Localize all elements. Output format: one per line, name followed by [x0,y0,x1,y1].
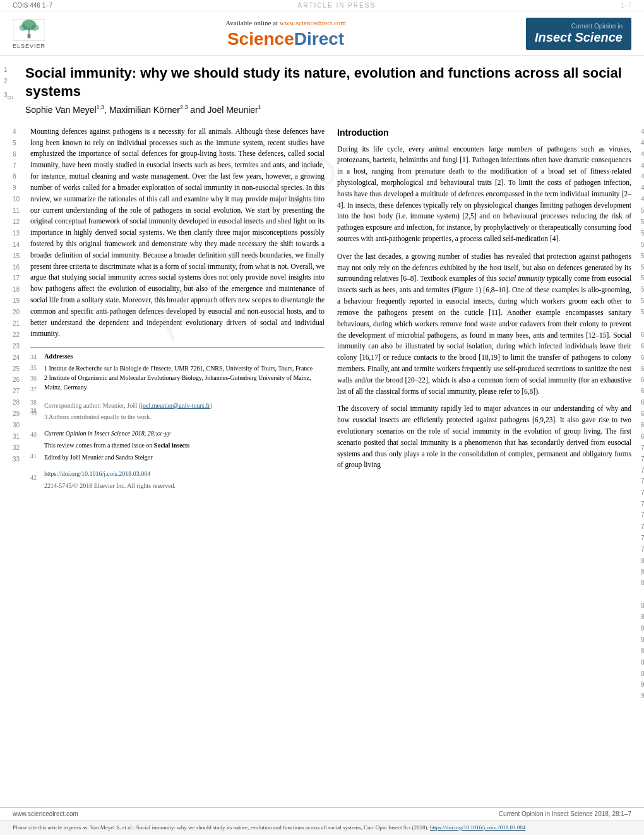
authors-contrib: 3 Authors contributed equally to the wor… [44,412,325,422]
addresses-section: 34353637 38 Addresses 1 Institut de Rech… [30,347,325,392]
themed-issue: This review comes from a themed issue on… [44,441,325,451]
elsevier-text: ELSEVIER [13,43,45,49]
doi-link-wrap: https://doi.org/10.1016/j.cois.2018.03.0… [44,469,325,479]
page-range: 1–7 [621,2,631,9]
article-in-press-label: ARTICLE IN PRESS [298,2,376,9]
intro-heading: Introduction [337,126,631,140]
svg-rect-3 [28,34,31,38]
line-num-3: 3Q1 [4,90,14,104]
line-num-2: 2 [4,76,14,87]
elsevier-logo: ELSEVIER [13,19,45,49]
right-para-2: Over the last decades, a growing number … [337,251,631,398]
corresponding-author: Corresponding author: Meunier, Joël (joe… [44,401,325,411]
footer-citation: Please cite this article in press as: Va… [13,824,525,831]
right-para-1: During its life cycle, every animal enco… [337,144,631,245]
sciencedirect-logo: ScienceDirect [45,29,526,49]
doi-link[interactable]: https://doi.org/10.1016/j.cois.2018.03.0… [44,470,150,477]
left-para-1: Mounting defences against pathogens is a… [30,126,325,340]
addresses-title: Addresses [44,352,325,362]
article-title: Social immunity: why we should study its… [25,64,644,100]
journal-current-opinion: Current Opinion in [535,23,623,30]
svg-point-4 [19,25,27,31]
cois-ref: COIS 446 1–7 [13,2,52,9]
journal-title: Insect Science [535,30,623,45]
footer-journal: Current Opinion in Insect Science 2018, … [499,810,631,817]
svg-point-5 [31,25,39,31]
journal-logo: Current Opinion in Insect Science [526,18,631,50]
article-authors: Sophie Van Meyel1,3, Maximilian Körner2,… [25,104,644,115]
journal-info: Current Opinion in Insect Science 2018, … [44,429,325,439]
author-email-link[interactable]: joel.meunier@univ-tours.fr [141,402,210,409]
available-online-text: Available online at www.sciencedirect.co… [45,19,526,27]
right-para-3: The discovery of social immunity rapidly… [337,403,631,471]
footer-url: www.sciencedirect.com [13,810,78,817]
sciencedirect-url[interactable]: www.sciencedirect.com [280,19,346,27]
address-1: 1 Institut de Recherche sur la Biologie … [44,364,325,373]
copyright: 2214-5745/© 2018 Elsevier Inc. All right… [44,481,325,491]
edited-by: Edited by Joël Meunier and Sandra Steige… [44,453,325,463]
line-num-1: 1 [4,64,14,76]
center-header: Available online at www.sciencedirect.co… [45,19,526,49]
address-2: 2 Institute of Organismic and Molecular … [44,373,325,392]
footer-doi-link[interactable]: https://doi.org/10.1016/j.cois.2018.03.0… [430,824,525,831]
